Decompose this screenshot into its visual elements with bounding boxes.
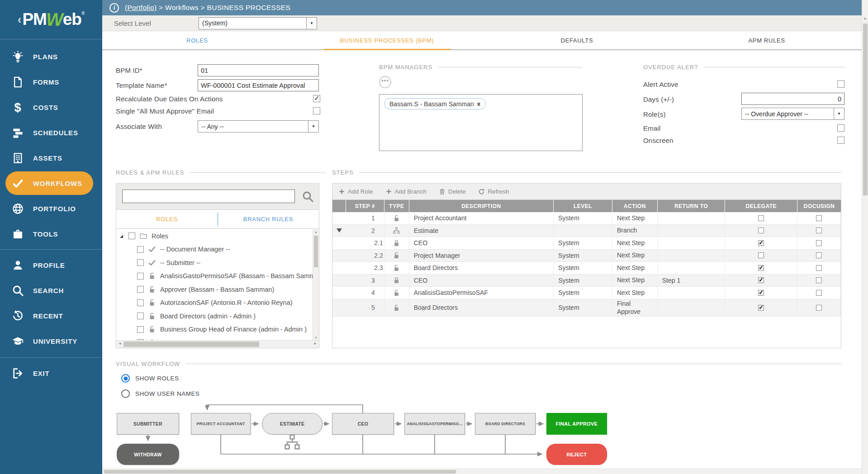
steps-table-row[interactable]: 2.3Board DirectorsSystemNext Step <box>332 262 841 275</box>
branch-rules-subtab[interactable]: BRANCH RULES <box>218 210 319 228</box>
column-header-delegate[interactable]: DELEGATE <box>725 200 797 212</box>
tree-item[interactable]: ◢Roles <box>116 229 313 243</box>
email-checkbox[interactable] <box>837 124 844 132</box>
delegate-checkbox[interactable] <box>758 240 764 246</box>
node-project-accountant[interactable]: PROJECT ACCOUNTANT <box>191 413 251 435</box>
delegate-checkbox[interactable] <box>758 252 764 258</box>
tree-checkbox[interactable] <box>137 299 144 306</box>
docusign-checkbox[interactable] <box>816 265 822 271</box>
node-withdraw[interactable]: WITHDRAW <box>117 444 179 465</box>
tree-item[interactable]: AnalisisGastoPermisoSAF (Bassam - Bassam… <box>116 270 313 283</box>
sidebar-item-exit[interactable]: EXIT <box>0 360 102 386</box>
tree-item[interactable]: AutorizacionSAF (Antonio.R - Antonio Rey… <box>116 296 313 310</box>
sidebar-item-profile[interactable]: PROFILE <box>0 252 102 278</box>
scrollbar-thumb[interactable] <box>104 470 456 474</box>
docusign-checkbox[interactable] <box>816 305 822 311</box>
docusign-checkbox[interactable] <box>816 215 822 221</box>
sidebar-item-university[interactable]: UNIVERSITY <box>0 328 102 354</box>
sidebar-item-workflows[interactable]: WORKFLOWS <box>5 171 93 195</box>
tree-item[interactable]: Board Directors (admin - Admin ) <box>116 309 313 323</box>
roles-search-input[interactable] <box>122 190 295 203</box>
tree-checkbox[interactable] <box>137 273 144 280</box>
sidebar-item-costs[interactable]: $COSTS <box>0 95 102 120</box>
bpm-managers-ellipsis-button[interactable]: ••• <box>379 76 391 88</box>
column-header-type[interactable]: TYPE <box>384 200 409 212</box>
sidebar-item-portfolio[interactable]: PORTFOLIO <box>0 196 102 221</box>
page-horizontal-scrollbar[interactable] <box>102 469 862 474</box>
refresh-button[interactable]: Refresh <box>478 188 509 195</box>
single-email-checkbox[interactable] <box>313 107 320 114</box>
show-user-names-radio-row[interactable]: SHOW USER NAMES <box>121 389 200 398</box>
node-submitter[interactable]: SUBMITTER <box>117 413 179 435</box>
scrollbar-thumb[interactable] <box>863 24 868 195</box>
sidebar-item-search[interactable]: SEARCH <box>0 278 102 303</box>
scroll-down-icon[interactable]: ▼ <box>313 336 319 339</box>
tree-checkbox[interactable] <box>137 286 144 293</box>
tree-checkbox[interactable] <box>137 326 144 333</box>
node-final-approve[interactable]: FINAL APPROVE <box>546 413 607 435</box>
steps-table-row[interactable]: 3CEOSystemNext StepStep 1 <box>332 275 841 287</box>
sidebar-item-tools[interactable]: TOOLS <box>0 221 102 246</box>
column-header-docusign[interactable]: DOCUSIGN <box>797 200 841 212</box>
column-header-step[interactable]: STEP # <box>346 200 384 212</box>
page-vertical-scrollbar[interactable]: ▲ <box>862 0 868 474</box>
tree-checkbox[interactable] <box>137 259 144 266</box>
associate-with-dropdown[interactable]: -- Any -- ▼ <box>198 120 319 133</box>
onscreen-checkbox[interactable] <box>837 137 844 144</box>
sidebar-item-forms[interactable]: FORMS <box>0 69 102 95</box>
select-level-dropdown[interactable]: (System) ▼ <box>199 17 317 29</box>
row-expander-icon[interactable] <box>337 228 342 232</box>
alert-active-checkbox[interactable] <box>837 81 844 88</box>
docusign-checkbox[interactable] <box>816 228 822 233</box>
delegate-checkbox[interactable] <box>758 215 764 221</box>
tree-item[interactable]: -- Submitter -- <box>116 256 313 270</box>
tree-checkbox[interactable] <box>128 232 135 239</box>
delegate-checkbox[interactable] <box>758 290 764 296</box>
sidebar-item-schedules[interactable]: SCHEDULES <box>0 120 102 145</box>
delete-button[interactable]: Delete <box>439 188 466 195</box>
tree-checkbox[interactable] <box>137 313 144 319</box>
docusign-checkbox[interactable] <box>816 252 822 258</box>
tree-item[interactable] <box>116 336 313 340</box>
steps-table-row[interactable]: 4AnalisisGastoPermisoSAFSystemNext Step <box>332 287 841 299</box>
tab-roles[interactable]: ROLES <box>102 31 292 49</box>
sidebar-item-assets[interactable]: ASSETS <box>0 145 102 171</box>
breadcrumb-portfolio-link[interactable]: (Portfolio) <box>125 4 157 11</box>
sidebar-item-recent[interactable]: RECENT <box>0 303 102 328</box>
remove-tag-icon[interactable]: x <box>477 100 480 107</box>
show-roles-radio-row[interactable]: SHOW ROLES <box>121 374 179 383</box>
steps-table-row[interactable]: 1Project AccountantSystemNext Step <box>332 212 841 225</box>
add-role-button[interactable]: Add Role <box>338 188 373 195</box>
delegate-checkbox[interactable] <box>758 305 764 311</box>
delegate-checkbox[interactable] <box>758 277 764 283</box>
tree-expander-icon[interactable]: ◢ <box>120 234 124 238</box>
node-analisisgastopermiso[interactable]: ANALISISGASTOPERMISO... <box>404 413 465 435</box>
add-branch-button[interactable]: Add Branch <box>385 188 427 195</box>
scroll-right-icon[interactable]: ► <box>313 341 317 346</box>
bpm-managers-box[interactable]: Bassam.S - Bassam Samman x <box>379 94 583 151</box>
scroll-up-icon[interactable]: ▲ <box>862 16 868 20</box>
sidebar-item-plans[interactable]: PLANS <box>0 44 102 69</box>
node-ceo[interactable]: CEO <box>332 413 394 435</box>
roles-vertical-scrollbar[interactable]: ▲ ▼ <box>313 229 319 340</box>
steps-table-row[interactable]: 2.1CEOSystemNext Step <box>332 237 841 250</box>
overdue-roles-dropdown[interactable]: -- Overdue Approver -- ▼ <box>741 108 844 120</box>
recalculate-checkbox[interactable] <box>313 95 320 102</box>
tree-item[interactable]: Approver (Bassam - Bassam Samman) <box>116 283 313 296</box>
roles-subtab[interactable]: ROLES <box>116 210 218 228</box>
bpm-id-input[interactable] <box>198 64 319 76</box>
scroll-left-icon[interactable]: ◄ <box>118 341 122 346</box>
scroll-up-icon[interactable]: ▲ <box>313 230 319 233</box>
tree-item[interactable]: Business Group Head of Finance (admin - … <box>116 323 313 337</box>
info-icon[interactable]: i <box>109 3 119 13</box>
docusign-checkbox[interactable] <box>816 240 822 246</box>
magnifier-icon[interactable] <box>302 190 314 203</box>
delegate-checkbox[interactable] <box>758 265 764 271</box>
scrollbar-thumb[interactable] <box>123 341 259 347</box>
chevron-down-icon[interactable]: ▼ <box>834 108 844 119</box>
tab-defaults[interactable]: DEFAULTS <box>482 31 672 49</box>
docusign-checkbox[interactable] <box>816 277 822 283</box>
column-header-action[interactable]: ACTION <box>612 200 658 212</box>
steps-table-row[interactable]: 2EstimateBranch <box>332 225 841 237</box>
template-name-input[interactable] <box>198 79 319 91</box>
